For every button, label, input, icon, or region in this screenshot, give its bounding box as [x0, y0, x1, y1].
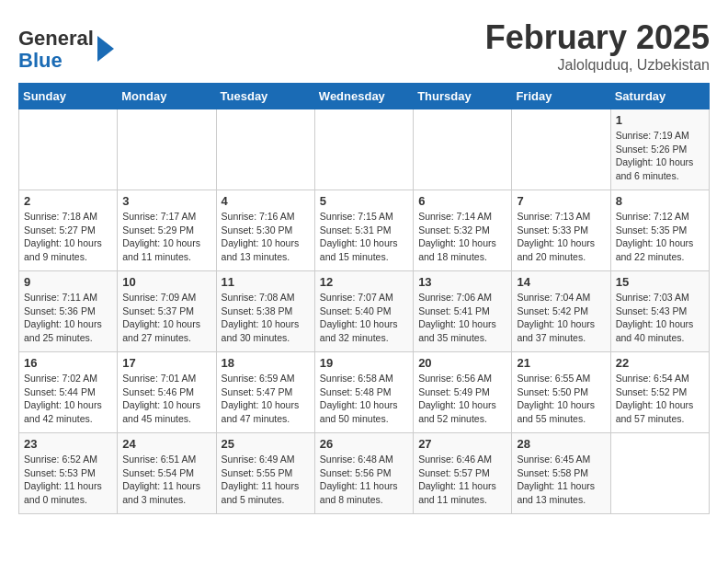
calendar-cell — [314, 109, 413, 190]
calendar-cell: 8Sunrise: 7:12 AM Sunset: 5:35 PM Daylig… — [610, 190, 709, 271]
day-number: 3 — [122, 194, 210, 208]
logo-blue: Blue — [18, 49, 63, 72]
day-info: Sunrise: 7:09 AM Sunset: 5:37 PM Dayligh… — [122, 291, 210, 345]
day-number: 21 — [517, 356, 605, 370]
day-number: 16 — [24, 356, 112, 370]
calendar-cell: 4Sunrise: 7:16 AM Sunset: 5:30 PM Daylig… — [216, 190, 314, 271]
day-number: 19 — [320, 356, 408, 370]
day-info: Sunrise: 7:19 AM Sunset: 5:26 PM Dayligh… — [616, 129, 704, 183]
calendar-cell — [610, 433, 709, 514]
day-number: 26 — [320, 437, 408, 451]
weekday-header-cell: Tuesday — [216, 84, 314, 109]
day-info: Sunrise: 7:02 AM Sunset: 5:44 PM Dayligh… — [24, 372, 112, 426]
day-info: Sunrise: 7:12 AM Sunset: 5:35 PM Dayligh… — [616, 210, 704, 264]
calendar-week-row: 9Sunrise: 7:11 AM Sunset: 5:36 PM Daylig… — [19, 271, 710, 352]
day-number: 6 — [418, 194, 506, 208]
calendar-cell — [216, 109, 314, 190]
calendar-cell: 3Sunrise: 7:17 AM Sunset: 5:29 PM Daylig… — [118, 190, 216, 271]
calendar-cell: 25Sunrise: 6:49 AM Sunset: 5:55 PM Dayli… — [216, 433, 314, 514]
calendar-cell — [512, 109, 610, 190]
calendar-week-row: 2Sunrise: 7:18 AM Sunset: 5:27 PM Daylig… — [19, 190, 710, 271]
weekday-header-cell: Thursday — [414, 84, 512, 109]
calendar-title: February 2025 — [485, 18, 710, 57]
calendar-cell: 23Sunrise: 6:52 AM Sunset: 5:53 PM Dayli… — [19, 433, 118, 514]
calendar-cell: 7Sunrise: 7:13 AM Sunset: 5:33 PM Daylig… — [512, 190, 610, 271]
title-area: February 2025 Jalolquduq, Uzbekistan — [485, 18, 710, 74]
day-number: 23 — [24, 437, 112, 451]
header: General Blue February 2025 Jalolquduq, U… — [18, 18, 710, 74]
calendar-cell: 13Sunrise: 7:06 AM Sunset: 5:41 PM Dayli… — [414, 271, 512, 352]
calendar-cell: 28Sunrise: 6:45 AM Sunset: 5:58 PM Dayli… — [512, 433, 610, 514]
calendar-cell: 21Sunrise: 6:55 AM Sunset: 5:50 PM Dayli… — [512, 352, 610, 433]
day-number: 25 — [222, 437, 310, 451]
day-info: Sunrise: 6:54 AM Sunset: 5:52 PM Dayligh… — [616, 372, 704, 426]
day-info: Sunrise: 7:11 AM Sunset: 5:36 PM Dayligh… — [24, 291, 112, 345]
day-info: Sunrise: 7:06 AM Sunset: 5:41 PM Dayligh… — [418, 291, 506, 345]
calendar-cell: 22Sunrise: 6:54 AM Sunset: 5:52 PM Dayli… — [610, 352, 709, 433]
day-number: 18 — [222, 356, 310, 370]
calendar-cell: 11Sunrise: 7:08 AM Sunset: 5:38 PM Dayli… — [216, 271, 314, 352]
calendar-body: 1Sunrise: 7:19 AM Sunset: 5:26 PM Daylig… — [19, 109, 710, 514]
calendar-cell: 19Sunrise: 6:58 AM Sunset: 5:48 PM Dayli… — [314, 352, 413, 433]
day-info: Sunrise: 6:52 AM Sunset: 5:53 PM Dayligh… — [24, 453, 112, 507]
logo-arrow-icon — [97, 36, 114, 62]
calendar-cell: 9Sunrise: 7:11 AM Sunset: 5:36 PM Daylig… — [19, 271, 118, 352]
weekday-header-cell: Friday — [512, 84, 610, 109]
day-number: 9 — [24, 275, 112, 289]
day-number: 22 — [616, 356, 704, 370]
calendar-cell: 26Sunrise: 6:48 AM Sunset: 5:56 PM Dayli… — [314, 433, 413, 514]
day-number: 17 — [122, 356, 210, 370]
day-number: 8 — [616, 194, 704, 208]
calendar-cell: 27Sunrise: 6:46 AM Sunset: 5:57 PM Dayli… — [414, 433, 512, 514]
logo: General Blue — [18, 28, 114, 72]
calendar-week-row: 1Sunrise: 7:19 AM Sunset: 5:26 PM Daylig… — [19, 109, 710, 190]
calendar-cell: 20Sunrise: 6:56 AM Sunset: 5:49 PM Dayli… — [414, 352, 512, 433]
day-info: Sunrise: 6:49 AM Sunset: 5:55 PM Dayligh… — [222, 453, 310, 507]
calendar-cell: 2Sunrise: 7:18 AM Sunset: 5:27 PM Daylig… — [19, 190, 118, 271]
day-info: Sunrise: 7:16 AM Sunset: 5:30 PM Dayligh… — [222, 210, 310, 264]
day-info: Sunrise: 6:59 AM Sunset: 5:47 PM Dayligh… — [222, 372, 310, 426]
day-info: Sunrise: 7:18 AM Sunset: 5:27 PM Dayligh… — [24, 210, 112, 264]
calendar-week-row: 16Sunrise: 7:02 AM Sunset: 5:44 PM Dayli… — [19, 352, 710, 433]
calendar-cell: 18Sunrise: 6:59 AM Sunset: 5:47 PM Dayli… — [216, 352, 314, 433]
day-info: Sunrise: 7:08 AM Sunset: 5:38 PM Dayligh… — [222, 291, 310, 345]
day-info: Sunrise: 7:13 AM Sunset: 5:33 PM Dayligh… — [517, 210, 605, 264]
day-info: Sunrise: 7:04 AM Sunset: 5:42 PM Dayligh… — [517, 291, 605, 345]
day-number: 13 — [418, 275, 506, 289]
calendar-cell: 12Sunrise: 7:07 AM Sunset: 5:40 PM Dayli… — [314, 271, 413, 352]
day-info: Sunrise: 6:46 AM Sunset: 5:57 PM Dayligh… — [418, 453, 506, 507]
calendar-cell: 15Sunrise: 7:03 AM Sunset: 5:43 PM Dayli… — [610, 271, 709, 352]
day-info: Sunrise: 6:45 AM Sunset: 5:58 PM Dayligh… — [517, 453, 605, 507]
day-info: Sunrise: 6:58 AM Sunset: 5:48 PM Dayligh… — [320, 372, 408, 426]
day-number: 11 — [222, 275, 310, 289]
day-number: 14 — [517, 275, 605, 289]
day-number: 2 — [24, 194, 112, 208]
day-number: 15 — [616, 275, 704, 289]
calendar-cell: 24Sunrise: 6:51 AM Sunset: 5:54 PM Dayli… — [118, 433, 216, 514]
day-info: Sunrise: 7:01 AM Sunset: 5:46 PM Dayligh… — [122, 372, 210, 426]
day-info: Sunrise: 7:15 AM Sunset: 5:31 PM Dayligh… — [320, 210, 408, 264]
calendar-cell: 10Sunrise: 7:09 AM Sunset: 5:37 PM Dayli… — [118, 271, 216, 352]
day-number: 7 — [517, 194, 605, 208]
calendar-subtitle: Jalolquduq, Uzbekistan — [485, 57, 710, 74]
day-info: Sunrise: 6:55 AM Sunset: 5:50 PM Dayligh… — [517, 372, 605, 426]
day-info: Sunrise: 7:17 AM Sunset: 5:29 PM Dayligh… — [122, 210, 210, 264]
weekday-header-cell: Sunday — [19, 84, 118, 109]
day-number: 4 — [222, 194, 310, 208]
day-info: Sunrise: 6:48 AM Sunset: 5:56 PM Dayligh… — [320, 453, 408, 507]
day-number: 12 — [320, 275, 408, 289]
weekday-header-cell: Saturday — [610, 84, 709, 109]
weekday-header-row: SundayMondayTuesdayWednesdayThursdayFrid… — [19, 84, 710, 109]
weekday-header-cell: Wednesday — [314, 84, 413, 109]
day-info: Sunrise: 6:56 AM Sunset: 5:49 PM Dayligh… — [418, 372, 506, 426]
calendar-week-row: 23Sunrise: 6:52 AM Sunset: 5:53 PM Dayli… — [19, 433, 710, 514]
calendar-cell — [19, 109, 118, 190]
day-info: Sunrise: 7:03 AM Sunset: 5:43 PM Dayligh… — [616, 291, 704, 345]
day-info: Sunrise: 7:07 AM Sunset: 5:40 PM Dayligh… — [320, 291, 408, 345]
day-number: 1 — [616, 113, 704, 127]
calendar-cell: 17Sunrise: 7:01 AM Sunset: 5:46 PM Dayli… — [118, 352, 216, 433]
day-number: 24 — [122, 437, 210, 451]
calendar-cell: 16Sunrise: 7:02 AM Sunset: 5:44 PM Dayli… — [19, 352, 118, 433]
day-info: Sunrise: 6:51 AM Sunset: 5:54 PM Dayligh… — [122, 453, 210, 507]
calendar-cell: 5Sunrise: 7:15 AM Sunset: 5:31 PM Daylig… — [314, 190, 413, 271]
